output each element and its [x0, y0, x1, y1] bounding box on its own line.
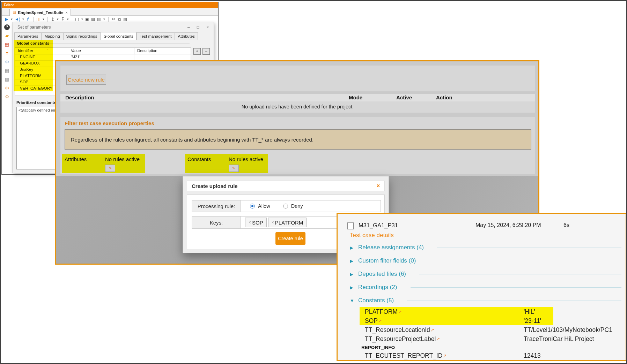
section-deposited-files[interactable]: ▶ Deposited files (6)	[350, 267, 623, 281]
maximize-icon[interactable]: □	[197, 25, 199, 30]
pencil-icon: ✎	[109, 166, 112, 170]
tab-parameters[interactable]: Parameters	[14, 32, 41, 40]
insert-above-menu-icon[interactable]: ▾	[57, 17, 59, 21]
section-recordings[interactable]: ▶ Recordings (2)	[350, 281, 623, 294]
chevron-right-icon[interactable]: ▶	[350, 258, 358, 264]
layers-icon[interactable]: ≡	[4, 51, 10, 56]
package-icon[interactable]: ◫	[36, 17, 40, 22]
section-label[interactable]: Recordings (2)	[358, 284, 397, 291]
constant-value: 'HiL'	[524, 308, 535, 316]
toolbar-separator	[72, 17, 72, 22]
attributes-label: Attributes	[65, 156, 87, 162]
insert-below-icon[interactable]: ↧	[61, 17, 65, 22]
section-label[interactable]: Deposited files (6)	[358, 271, 406, 278]
tab-attributes[interactable]: Attributes	[175, 32, 198, 40]
chevron-right-icon[interactable]: ▶	[350, 272, 358, 277]
remove-constant-button[interactable]: −	[202, 48, 210, 55]
tab-signal-recordings[interactable]: Signal recordings	[63, 32, 101, 40]
tab-mapping[interactable]: Mapping	[41, 32, 63, 40]
identifier-highlight	[14, 40, 53, 91]
details-sections: ▶ Release assignments (4) ▶ Custom filte…	[350, 241, 623, 307]
external-link-icon[interactable]: ↗	[443, 353, 447, 358]
table-icon[interactable]: ▦	[4, 68, 10, 74]
save-all-icon[interactable]: ▥	[97, 17, 101, 22]
deny-radio[interactable]	[283, 204, 288, 208]
help-icon[interactable]: ?	[4, 24, 10, 30]
section-label[interactable]: Custom filter fields (0)	[358, 257, 416, 264]
section-label[interactable]: Release assignments (4)	[358, 244, 424, 251]
section-constants[interactable]: ▼ Constants (5)	[350, 294, 623, 307]
chevron-down-icon[interactable]: ▼	[350, 298, 358, 303]
create-rule-button[interactable]: Create rule	[275, 232, 305, 245]
external-link-icon[interactable]: ↗	[398, 309, 402, 314]
external-link-icon[interactable]: ↗	[430, 327, 434, 333]
keys-input[interactable]: ×SOP ×PLATFORM	[241, 217, 307, 228]
keys-label: Keys:	[192, 217, 241, 228]
external-link-icon[interactable]: ↗	[378, 318, 382, 324]
open-icon[interactable]: ▣	[85, 17, 89, 22]
cut-icon[interactable]: ✂	[111, 17, 116, 22]
screenshot-canvas: Editor ▤ EngineSpeed_TestSuite × ▶ ▾ ◄) …	[0, 0, 627, 364]
tag-label: SOP	[252, 220, 263, 226]
key-tag-platform[interactable]: ×PLATFORM	[268, 218, 307, 227]
chevron-right-icon[interactable]: ▶	[350, 245, 358, 250]
constant-group-label: REPORT_INFO	[361, 345, 395, 350]
create-new-rule-button[interactable]: Create new rule	[66, 75, 106, 85]
chevron-right-icon[interactable]: ▶	[350, 285, 358, 290]
constant-row-platform: PLATFORM ↗ 'HiL'	[338, 307, 626, 316]
audio-icon[interactable]: ◄)	[15, 17, 20, 22]
tab-enginespeed-testsuite[interactable]: ▤ EngineSpeed_TestSuite ×	[9, 9, 71, 16]
tab-global-constants[interactable]: Global constants	[100, 32, 137, 40]
insert-above-icon[interactable]: ↥	[51, 17, 55, 22]
insert-below-menu-icon[interactable]: ▾	[67, 17, 69, 21]
report-settings-icon[interactable]: ▩	[4, 77, 10, 82]
section-custom-filter-fields[interactable]: ▶ Custom filter fields (0)	[350, 254, 623, 267]
deny-label[interactable]: Deny	[291, 203, 303, 209]
copy-icon[interactable]: ⧉	[117, 17, 121, 22]
constant-key: TT_ResourceProjectLabel	[365, 335, 436, 343]
add-constant-button[interactable]: +	[193, 48, 201, 55]
column-header-active: Active	[396, 94, 412, 100]
modal-title: Create upload rule	[187, 183, 377, 189]
allow-label[interactable]: Allow	[258, 203, 270, 209]
external-link-icon[interactable]: ↗	[436, 336, 440, 342]
new-file-icon[interactable]: ▢	[75, 17, 79, 22]
column-header-value[interactable]: Value	[68, 48, 134, 54]
modules-icon[interactable]: ▦	[4, 42, 10, 47]
edit-attributes-button[interactable]: ✎	[105, 165, 115, 172]
tab-close-icon[interactable]: ×	[66, 10, 68, 15]
section-release-assignments[interactable]: ▶ Release assignments (4)	[350, 241, 623, 254]
settings-gear-icon[interactable]: ⚙	[4, 59, 10, 65]
save-icon[interactable]: ▤	[91, 17, 95, 22]
export-settings-icon[interactable]: ⚙	[4, 94, 10, 100]
section-label[interactable]: Constants (5)	[358, 297, 394, 304]
tab-test-management[interactable]: Test management	[137, 32, 175, 40]
edit-constants-button[interactable]: ✎	[229, 165, 239, 172]
tt-notice-text: Regardless of the rules configured, all …	[71, 137, 314, 143]
editor-toolbar: ▶ ▾ ◄) ▾ ↱ ◫ ▾ ↥ ▾ ↧ ▾ ▢ ▾ ▣ ▤ ▥ ▾ ✂ ⧉ ▧	[2, 16, 218, 23]
play-menu-icon[interactable]: ▾	[10, 17, 13, 21]
tt-notice-box: Regardless of the rules configured, all …	[65, 129, 531, 150]
filter-section-title: Filter test case execution properties	[65, 120, 154, 126]
step-into-icon[interactable]: ↱	[26, 17, 30, 22]
minimize-icon[interactable]: –	[187, 25, 190, 30]
close-icon[interactable]: ×	[377, 183, 384, 189]
key-tag-sop[interactable]: ×SOP	[245, 218, 267, 227]
constant-key: SOP	[365, 317, 378, 325]
project-folder-icon[interactable]: ▰	[4, 33, 10, 39]
paste-icon[interactable]: ▧	[123, 17, 127, 22]
close-icon[interactable]: ×	[206, 25, 209, 30]
new-file-menu-icon[interactable]: ▾	[81, 17, 83, 21]
column-header-description[interactable]: Description	[134, 48, 191, 54]
allow-radio[interactable]	[250, 204, 255, 208]
play-icon[interactable]: ▶	[5, 17, 9, 22]
package-menu-icon[interactable]: ▾	[42, 17, 45, 21]
package-settings-icon[interactable]: ⚙	[4, 85, 10, 91]
section-divider	[411, 287, 622, 288]
remove-tag-icon[interactable]: ×	[249, 220, 251, 225]
test-case-checkbox[interactable]	[347, 222, 354, 229]
constant-key: TT_ResourceLocationId	[365, 326, 430, 334]
audio-menu-icon[interactable]: ▾	[22, 17, 24, 21]
remove-tag-icon[interactable]: ×	[272, 220, 274, 225]
save-all-menu-icon[interactable]: ▾	[103, 17, 105, 21]
